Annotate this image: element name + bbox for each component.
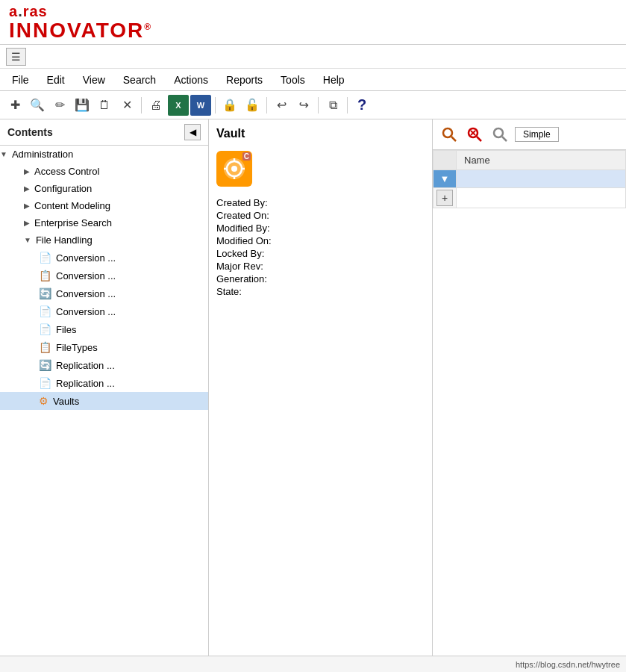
main-layout: Contents ◀ ▼ Administration ▶ Access Con… bbox=[0, 119, 626, 672]
contents-tree[interactable]: ▼ Administration ▶ Access Control ▶ Conf… bbox=[0, 146, 208, 672]
run-search-button[interactable] bbox=[439, 124, 460, 145]
copy-button[interactable]: ⧉ bbox=[322, 95, 343, 116]
clear-search-icon bbox=[466, 125, 483, 143]
tree-item-conversion1[interactable]: 📄 Conversion ... bbox=[0, 249, 208, 267]
tree-item-enterprise-search[interactable]: ▶ Enterprise Search bbox=[0, 214, 208, 231]
menu-tools[interactable]: Tools bbox=[272, 71, 314, 89]
logo-reg: ® bbox=[144, 22, 152, 32]
table-cell-name-1 bbox=[457, 170, 626, 188]
saved-searches-button[interactable] bbox=[489, 124, 510, 145]
arrow-icon: ▶ bbox=[24, 167, 30, 175]
vault-icon-container: C bbox=[216, 151, 425, 187]
svg-point-7 bbox=[443, 128, 452, 137]
edit-button[interactable]: ✏ bbox=[49, 95, 70, 116]
new-button[interactable]: ✚ bbox=[4, 95, 25, 116]
tree-item-replication2[interactable]: 📄 Replication ... bbox=[0, 374, 208, 392]
menu-search[interactable]: Search bbox=[114, 71, 165, 89]
tree-item-content-modeling[interactable]: ▶ Content Modeling bbox=[0, 197, 208, 214]
saveas-button[interactable]: 🗒 bbox=[94, 95, 115, 116]
tree-item-conversion3[interactable]: 🔄 Conversion ... bbox=[0, 284, 208, 302]
delete-icon: ✕ bbox=[122, 98, 132, 112]
new-icon: ✚ bbox=[10, 98, 20, 112]
svg-line-8 bbox=[451, 137, 456, 141]
search-button[interactable]: 🔍 bbox=[27, 95, 48, 116]
toolbar-sep4 bbox=[318, 97, 319, 113]
tree-label-content-modeling: Content Modeling bbox=[34, 200, 110, 211]
col-header-name: Name bbox=[457, 151, 626, 170]
help-icon: ? bbox=[357, 96, 366, 113]
tree-item-files[interactable]: 📄 Files bbox=[0, 320, 208, 338]
menu-view[interactable]: View bbox=[74, 71, 114, 89]
excel-icon: X bbox=[175, 101, 181, 110]
field-label-generation: Generation: bbox=[216, 273, 298, 284]
menu-help[interactable]: Help bbox=[314, 71, 354, 89]
save-button[interactable]: 💾 bbox=[72, 95, 93, 116]
menu-reports[interactable]: Reports bbox=[217, 71, 272, 89]
menu-edit[interactable]: Edit bbox=[38, 71, 74, 89]
dropdown-arrow-icon: ▼ bbox=[440, 173, 450, 184]
table-row-add: + bbox=[433, 188, 626, 208]
clear-search-button[interactable] bbox=[464, 124, 485, 145]
add-row-cell[interactable]: + bbox=[433, 188, 457, 208]
tree-label-administration: Administration bbox=[12, 149, 73, 160]
undo-button[interactable]: ↩ bbox=[271, 95, 292, 116]
tree-item-conversion4[interactable]: 📄 Conversion ... bbox=[0, 302, 208, 320]
tree-item-filetypes[interactable]: 📋 FileTypes bbox=[0, 338, 208, 356]
toolbar: ✚ 🔍 ✏ 💾 🗒 ✕ 🖨 X W 🔒 🔓 ↩ ↩ ⧉ ? bbox=[0, 91, 626, 119]
field-label-state: State: bbox=[216, 286, 298, 297]
tree-label-files: Files bbox=[56, 324, 76, 335]
print-button[interactable]: 🖨 bbox=[145, 95, 166, 116]
menu-icon-bar: ☰ bbox=[0, 45, 626, 69]
dropdown-cell[interactable]: ▼ bbox=[433, 170, 457, 188]
word-button[interactable]: W bbox=[190, 95, 211, 116]
replication1-icon: 🔄 bbox=[39, 359, 51, 371]
document3-icon: 📄 bbox=[39, 305, 51, 317]
unlock-button[interactable]: 🔓 bbox=[242, 95, 263, 116]
tree-label-conversion3: Conversion ... bbox=[56, 288, 116, 299]
svg-point-13 bbox=[494, 128, 503, 137]
menu-file[interactable]: File bbox=[3, 71, 38, 89]
sync-icon: 🔄 bbox=[39, 287, 51, 299]
tree-label-replication2: Replication ... bbox=[56, 378, 115, 389]
properties-panel: Vault C Created By: Created O bbox=[209, 119, 433, 672]
lock-button[interactable]: 🔒 bbox=[219, 95, 240, 116]
hamburger-button[interactable]: ☰ bbox=[6, 48, 26, 66]
lock-icon: 🔒 bbox=[222, 98, 237, 112]
tree-item-administration[interactable]: ▼ Administration bbox=[0, 146, 208, 163]
menu-actions[interactable]: Actions bbox=[165, 71, 217, 89]
document-icon: 📄 bbox=[39, 252, 51, 264]
tree-label-access-control: Access Control bbox=[34, 166, 99, 177]
tree-item-configuration[interactable]: ▶ Configuration bbox=[0, 180, 208, 197]
vault-icon: C bbox=[216, 151, 252, 187]
saved-search-icon bbox=[491, 125, 509, 143]
results-table: Name ▼ + bbox=[433, 150, 626, 672]
contents-collapse-button[interactable]: ◀ bbox=[184, 124, 201, 140]
arrow-icon: ▶ bbox=[24, 184, 30, 193]
redo-button[interactable]: ↩ bbox=[293, 95, 314, 116]
help-button[interactable]: ? bbox=[351, 95, 372, 116]
save-icon: 💾 bbox=[75, 98, 90, 112]
tree-item-file-handling[interactable]: ▼ File Handling bbox=[0, 231, 208, 249]
excel-button[interactable]: X bbox=[168, 95, 189, 116]
search-type-selector[interactable]: Simple bbox=[515, 127, 559, 142]
tree-item-vaults[interactable]: ⚙ Vaults bbox=[0, 392, 208, 410]
replication2-icon: 📄 bbox=[39, 377, 51, 389]
logo-innovator: INNOVATOR® bbox=[9, 20, 152, 41]
status-bar: https://blog.csdn.net/hwytree bbox=[0, 656, 626, 672]
tree-item-access-control[interactable]: ▶ Access Control bbox=[0, 163, 208, 180]
tree-label-replication1: Replication ... bbox=[56, 360, 115, 371]
delete-button[interactable]: ✕ bbox=[116, 95, 137, 116]
tree-item-replication1[interactable]: 🔄 Replication ... bbox=[0, 356, 208, 374]
field-generation: Generation: bbox=[216, 273, 425, 284]
magnifier-icon bbox=[440, 125, 458, 143]
contents-panel: Contents ◀ ▼ Administration ▶ Access Con… bbox=[0, 119, 209, 672]
tree-item-conversion2[interactable]: 📋 Conversion ... bbox=[0, 267, 208, 284]
logo-bar: a.ras INNOVATOR® bbox=[0, 0, 626, 45]
undo-icon: ↩ bbox=[277, 98, 287, 112]
field-state: State: bbox=[216, 286, 425, 297]
field-label-modified-by: Modified By: bbox=[216, 223, 298, 234]
search-toolbar: Simple bbox=[433, 119, 626, 150]
toolbar-sep2 bbox=[215, 97, 216, 113]
field-modified-by: Modified By: bbox=[216, 223, 425, 234]
add-row-button[interactable]: + bbox=[436, 190, 453, 206]
